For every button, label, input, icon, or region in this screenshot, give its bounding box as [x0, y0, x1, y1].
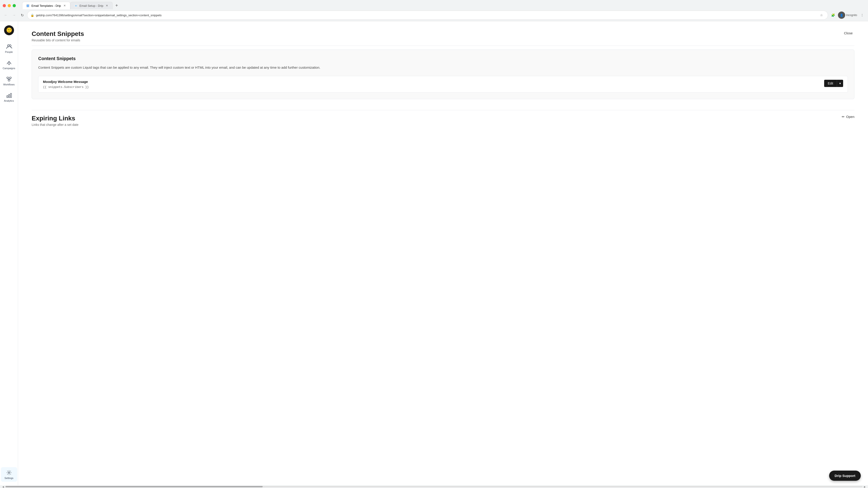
tabs-bar: 🌀 Email Templates - Drip ✕ 📧 Email Setup…	[20, 2, 123, 9]
extensions-button[interactable]: 🧩	[830, 12, 836, 18]
content-snippets-section: Content Snippets Reusable bits of conten…	[32, 30, 855, 99]
window-minimize-button[interactable]	[8, 4, 11, 7]
expiring-links-header: Expiring Links Links that change after a…	[32, 115, 855, 127]
snippet-card: Moodjoy Welcome Message {{ snippets.Subs…	[38, 76, 848, 93]
forward-button[interactable]: →	[11, 12, 17, 18]
expiring-links-section: Expiring Links Links that change after a…	[32, 110, 855, 127]
edit-button[interactable]: Edit	[824, 80, 837, 87]
browser-chrome: 🌀 Email Templates - Drip ✕ 📧 Email Setup…	[0, 0, 868, 21]
tab-label-1: Email Templates - Drip	[31, 4, 61, 7]
snippet-dropdown-button[interactable]: ▾	[837, 80, 843, 87]
sidebar-item-analytics[interactable]: Analytics	[1, 90, 17, 104]
app-container: 🙂 People	[0, 21, 868, 485]
sidebar-item-settings[interactable]: Settings	[1, 467, 17, 482]
svg-point-3	[9, 45, 11, 46]
workflows-icon	[6, 76, 12, 82]
address-bar[interactable]: 🔒 getdrip.com/7641396/settings/email?sec…	[27, 11, 828, 20]
bookmark-button[interactable]: ☆	[818, 12, 825, 18]
expiring-links-title-group: Expiring Links Links that change after a…	[32, 115, 79, 127]
content-snippets-subtitle: Reusable bits of content for emails	[32, 38, 84, 42]
window-controls	[3, 4, 16, 7]
content-snippets-body-title: Content Snippets	[38, 56, 848, 61]
scroll-left-button[interactable]: ◀	[1, 486, 5, 488]
title-bar: 🌀 Email Templates - Drip ✕ 📧 Email Setup…	[0, 0, 868, 9]
snippet-actions: Edit ▾	[824, 80, 843, 87]
svg-text:🙂: 🙂	[6, 27, 12, 33]
sidebar: 🙂 People	[0, 21, 18, 485]
scrollbar-thumb[interactable]	[5, 486, 263, 487]
open-button[interactable]: ✏ Open	[842, 115, 855, 119]
open-button-label: Open	[846, 115, 855, 119]
svg-point-11	[8, 472, 10, 474]
tab-close-button-1[interactable]: ✕	[63, 4, 66, 7]
people-label: People	[5, 51, 13, 53]
window-maximize-button[interactable]	[13, 4, 16, 7]
new-tab-button[interactable]: +	[114, 2, 120, 9]
sidebar-item-people[interactable]: People	[1, 41, 17, 56]
analytics-icon	[6, 92, 12, 98]
incognito-icon[interactable]: 👤	[838, 11, 845, 19]
more-menu-button[interactable]: ⋮	[859, 12, 865, 18]
horizontal-scrollbar: ◀ ▶	[0, 485, 868, 488]
svg-rect-9	[8, 94, 10, 98]
scroll-right-button[interactable]: ▶	[863, 486, 867, 488]
tab-email-setup[interactable]: 📧 Email Setup - Drip ✕	[70, 2, 113, 9]
expiring-links-title: Expiring Links	[32, 115, 79, 122]
incognito-label: Incognito	[846, 13, 857, 17]
tab-favicon-1: 🌀	[26, 4, 30, 7]
sidebar-item-campaigns[interactable]: Campaigns	[1, 57, 17, 72]
content-snippets-body-text: Content Snippets are custom Liquid tags …	[38, 65, 848, 70]
campaigns-icon	[6, 60, 12, 66]
content-snippets-title: Content Snippets	[32, 30, 84, 37]
snippet-code: {{ snippets.Subscribers }}	[43, 86, 89, 89]
tab-email-templates[interactable]: 🌀 Email Templates - Drip ✕	[22, 2, 70, 9]
svg-rect-6	[9, 77, 11, 78]
workflows-label: Workflows	[3, 83, 15, 86]
lock-icon: 🔒	[31, 13, 34, 17]
svg-rect-7	[8, 80, 10, 81]
campaigns-label: Campaigns	[3, 67, 16, 70]
tab-close-button-2[interactable]: ✕	[105, 4, 109, 7]
close-button[interactable]: Close	[842, 30, 855, 36]
svg-rect-8	[7, 96, 8, 98]
people-icon	[6, 43, 12, 50]
drip-support-button[interactable]: Drip Support	[829, 470, 861, 481]
window-close-button[interactable]	[3, 4, 6, 7]
settings-label: Settings	[4, 477, 13, 480]
pencil-icon: ✏	[842, 115, 845, 119]
drip-logo[interactable]: 🙂	[4, 25, 14, 36]
scrollbar-track	[5, 486, 863, 487]
snippet-info: Moodjoy Welcome Message {{ snippets.Subs…	[43, 80, 89, 89]
expiring-links-subtitle: Links that change after a set date	[32, 123, 79, 127]
svg-point-4	[8, 64, 9, 65]
snippet-name: Moodjoy Welcome Message	[43, 80, 89, 84]
svg-rect-5	[7, 77, 8, 78]
svg-rect-10	[10, 93, 11, 98]
content-snippets-header: Content Snippets Reusable bits of conten…	[32, 30, 855, 46]
back-button[interactable]: ←	[3, 12, 9, 18]
tab-label-2: Email Setup - Drip	[80, 4, 103, 7]
sidebar-nav: People Campaigns	[1, 41, 17, 467]
sidebar-item-workflows[interactable]: Workflows	[1, 74, 17, 88]
nav-bar: ← → ↻ 🔒 getdrip.com/7641396/settings/ema…	[0, 9, 868, 21]
content-snippets-body: Content Snippets Content Snippets are cu…	[32, 50, 855, 99]
content-snippets-title-group: Content Snippets Reusable bits of conten…	[32, 30, 84, 42]
svg-point-2	[7, 45, 9, 46]
tab-favicon-2: 📧	[74, 4, 78, 7]
url-text: getdrip.com/7641396/settings/email?secti…	[36, 13, 816, 17]
analytics-label: Analytics	[4, 99, 14, 102]
reload-button[interactable]: ↻	[19, 12, 25, 18]
main-content: Content Snippets Reusable bits of conten…	[18, 21, 868, 485]
settings-icon	[6, 469, 12, 476]
